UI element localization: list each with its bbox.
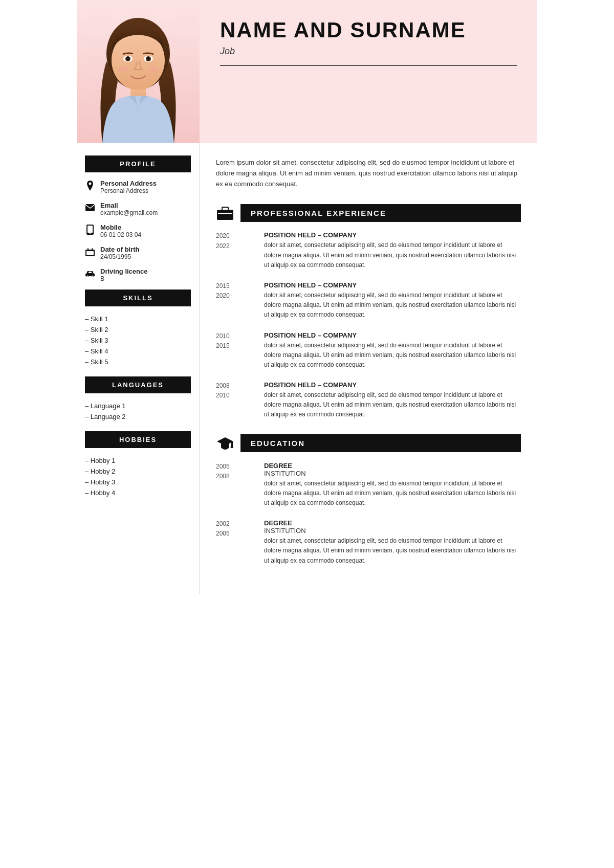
skill-item: – Skill 1: [85, 314, 191, 324]
main-content: PROFILE Personal Address Personal Addres…: [77, 143, 537, 594]
profile-section-header: PROFILE: [85, 155, 191, 172]
exp-position: POSITION HELD – COMPANY: [264, 231, 521, 239]
exp-years: 20082010: [216, 381, 252, 420]
dob-item: Date of birth 24/05/1995: [85, 246, 191, 260]
exp-description: dolor sit amet, consectetur adipiscing e…: [264, 240, 521, 270]
svg-point-6: [127, 57, 129, 59]
languages-section-header: LANGUAGES: [85, 376, 191, 393]
exp-details: POSITION HELD – COMPANY dolor sit amet, …: [264, 381, 521, 420]
address-item: Personal Address Personal Address: [85, 180, 191, 194]
svg-rect-12: [85, 204, 95, 211]
content-area: Lorem ipsum dolor sit amet, consectetur …: [200, 143, 537, 594]
language-item: – Language 2: [85, 411, 191, 422]
experience-entry: 20102015 POSITION HELD – COMPANY dolor s…: [216, 331, 521, 370]
email-text: Email example@gmail.com: [100, 202, 158, 216]
hobbies-list: – Hobby 1– Hobby 2– Hobby 3– Hobby 4: [85, 455, 191, 498]
full-name: NAME AND SURNAME: [220, 18, 517, 42]
experience-entry: 20152020 POSITION HELD – COMPANY dolor s…: [216, 281, 521, 320]
header-info: NAME AND SURNAME Job: [200, 0, 537, 143]
hobby-item: – Hobby 4: [85, 487, 191, 498]
skills-section-header: SKILLS: [85, 290, 191, 306]
edu-institution: INSTITUTION: [264, 527, 521, 535]
dob-text: Date of birth 24/05/1995: [100, 246, 140, 260]
svg-rect-14: [87, 226, 93, 233]
edu-years: 20022005: [216, 519, 252, 566]
edu-degree: DEGREE: [264, 462, 521, 470]
experience-title: PROFESSIONAL EXPERIENCE: [240, 204, 521, 222]
education-section: EDUCATION 20052008 DEGREE INSTITUTION do…: [216, 434, 521, 566]
svg-point-9: [147, 57, 149, 59]
exp-details: POSITION HELD – COMPANY dolor sit amet, …: [264, 231, 521, 270]
edu-years: 20052008: [216, 462, 252, 508]
graduation-icon: [216, 434, 234, 453]
hobby-item: – Hobby 1: [85, 455, 191, 466]
email-item: Email example@gmail.com: [85, 202, 191, 216]
mobile-text: Mobile 06 01 02 03 04: [100, 224, 141, 238]
svg-point-25: [87, 276, 88, 277]
email-icon: [85, 203, 95, 213]
profile-photo: [77, 0, 200, 143]
driving-item: Driving licence B: [85, 268, 191, 282]
skill-item: – Skill 4: [85, 346, 191, 357]
hobbies-section-header: HOBBIES: [85, 431, 191, 448]
languages-list: – Language 1– Language 2: [85, 400, 191, 422]
phone-icon: [85, 225, 95, 235]
exp-details: POSITION HELD – COMPANY dolor sit amet, …: [264, 281, 521, 320]
exp-description: dolor sit amet, consectetur adipiscing e…: [264, 341, 521, 370]
edu-degree: DEGREE: [264, 519, 521, 527]
education-items: 20052008 DEGREE INSTITUTION dolor sit am…: [216, 462, 521, 566]
svg-rect-21: [90, 251, 90, 255]
svg-rect-19: [92, 248, 93, 251]
education-title: EDUCATION: [240, 434, 521, 452]
education-entry: 20052008 DEGREE INSTITUTION dolor sit am…: [216, 462, 521, 508]
exp-position: POSITION HELD – COMPANY: [264, 281, 521, 289]
experience-header: PROFESSIONAL EXPERIENCE: [216, 204, 521, 222]
skills-list: – Skill 1– Skill 2– Skill 3– Skill 4– Sk…: [85, 314, 191, 367]
birthday-icon: [85, 247, 95, 257]
language-item: – Language 1: [85, 400, 191, 411]
svg-point-15: [90, 233, 91, 234]
exp-description: dolor sit amet, consectetur adipiscing e…: [264, 390, 521, 420]
svg-rect-27: [89, 272, 92, 273]
header: NAME AND SURNAME Job: [77, 0, 537, 143]
edu-details: DEGREE INSTITUTION dolor sit amet, conse…: [264, 462, 521, 508]
hobby-item: – Hobby 3: [85, 477, 191, 487]
location-icon: [85, 181, 95, 191]
svg-point-33: [231, 446, 234, 448]
skill-item: – Skill 2: [85, 324, 191, 335]
car-icon: [85, 269, 95, 279]
address-text: Personal Address Personal Address: [100, 180, 157, 194]
driving-text: Driving licence B: [100, 268, 147, 282]
edu-institution: INSTITUTION: [264, 470, 521, 477]
summary-text: Lorem ipsum dolor sit amet, consectetur …: [216, 158, 521, 189]
edu-details: DEGREE INSTITUTION dolor sit amet, conse…: [264, 519, 521, 566]
briefcase-icon: [216, 204, 234, 222]
svg-point-10: [118, 66, 128, 72]
exp-position: POSITION HELD – COMPANY: [264, 331, 521, 339]
sidebar: PROFILE Personal Address Personal Addres…: [77, 143, 200, 594]
svg-point-11: [148, 66, 159, 72]
svg-rect-30: [218, 213, 232, 214]
experience-entry: 20202022 POSITION HELD – COMPANY dolor s…: [216, 231, 521, 270]
exp-years: 20202022: [216, 231, 252, 270]
education-entry: 20022005 DEGREE INSTITUTION dolor sit am…: [216, 519, 521, 566]
education-header: EDUCATION: [216, 434, 521, 453]
skill-item: – Skill 5: [85, 357, 191, 367]
header-divider: [220, 65, 517, 66]
edu-description: dolor sit amet, consectetur adipiscing e…: [264, 536, 521, 566]
exp-position: POSITION HELD – COMPANY: [264, 381, 521, 389]
exp-description: dolor sit amet, consectetur adipiscing e…: [264, 291, 521, 320]
experience-items: 20202022 POSITION HELD – COMPANY dolor s…: [216, 231, 521, 419]
svg-point-26: [92, 276, 93, 277]
exp-details: POSITION HELD – COMPANY dolor sit amet, …: [264, 331, 521, 370]
svg-rect-18: [87, 248, 89, 251]
job-title: Job: [220, 46, 517, 57]
experience-entry: 20082010 POSITION HELD – COMPANY dolor s…: [216, 381, 521, 420]
svg-rect-32: [231, 441, 233, 447]
skill-item: – Skill 3: [85, 335, 191, 346]
experience-section: PROFESSIONAL EXPERIENCE 20202022 POSITIO…: [216, 204, 521, 419]
hobby-item: – Hobby 2: [85, 466, 191, 477]
edu-description: dolor sit amet, consectetur adipiscing e…: [264, 479, 521, 508]
mobile-item: Mobile 06 01 02 03 04: [85, 224, 191, 238]
exp-years: 20102015: [216, 331, 252, 370]
